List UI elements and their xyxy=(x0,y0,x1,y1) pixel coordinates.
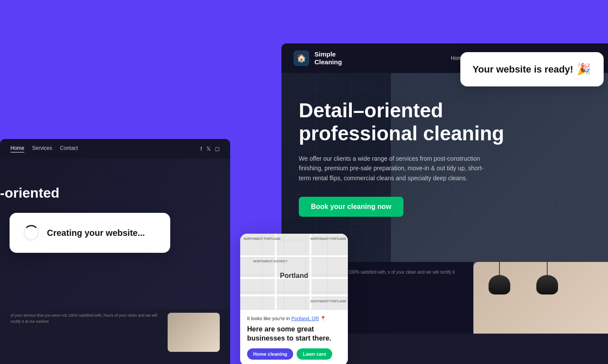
left-bottom: of your service that you were not 100% s… xyxy=(0,308,230,364)
map-label-nwd: NORTHWEST DISTRICT xyxy=(253,260,287,263)
pendant-shade-right xyxy=(536,275,558,295)
facebook-icon[interactable]: f xyxy=(200,146,202,152)
left-bottom-text: of your service that you were not 100% s… xyxy=(10,313,162,324)
map-portland-label: Portland xyxy=(280,272,308,280)
ready-card-label: Your website is ready! xyxy=(473,64,573,75)
bottom-right-thumbnail xyxy=(473,262,608,334)
pendant-light-right xyxy=(534,262,560,297)
location-prefix: It looks like you're in xyxy=(247,316,290,321)
map-road-v2 xyxy=(310,234,311,310)
creating-card: Creating your website... xyxy=(10,213,170,253)
map-label-se: SOUTHEAST PORTLAND xyxy=(310,300,346,303)
location-pin-icon: 📍 xyxy=(320,316,326,321)
map-road-v1 xyxy=(275,234,277,310)
logo-line2: Cleaning xyxy=(314,58,342,66)
left-nav-links: Home Services Contact xyxy=(10,145,78,152)
left-nav: Home Services Contact f 𝕏 ◻ xyxy=(0,139,230,159)
location-link[interactable]: Portland, OR xyxy=(291,316,319,321)
logo-text: Simple Cleaning xyxy=(314,50,342,66)
phone-map: NORTHWEST PORTLAND NORTHEAST PORTLAND NO… xyxy=(240,234,348,310)
left-nav-home[interactable]: Home xyxy=(10,145,24,152)
phone-preview: NORTHWEST PORTLAND NORTHEAST PORTLAND NO… xyxy=(240,234,348,364)
phone-buttons: Home cleaning Lawn care xyxy=(247,348,341,360)
map-label-ne: NORTHEAST PORTLAND xyxy=(310,237,346,240)
left-hero-partial-text: -oriented xyxy=(0,185,59,201)
lawn-care-button[interactable]: Lawn care xyxy=(297,348,332,360)
map-road-h1 xyxy=(240,255,348,257)
pendant-wire-right xyxy=(547,262,548,275)
map-road-h3 xyxy=(240,295,348,296)
left-thumb-image xyxy=(168,313,220,352)
left-nav-contact[interactable]: Contact xyxy=(60,145,78,152)
phone-headline: Here are some great businesses to start … xyxy=(247,325,341,343)
main-hero-title: Detail–oriented professional cleaning xyxy=(299,99,525,145)
instagram-icon[interactable]: ◻ xyxy=(215,146,220,152)
phone-location-line: It looks like you're in Portland, OR 📍 xyxy=(247,316,341,321)
party-emoji: 🎉 xyxy=(577,63,591,76)
logo-line1: Simple xyxy=(314,50,342,58)
ready-card-text: Your website is ready! 🎉 xyxy=(473,63,591,76)
ready-card: Your website is ready! 🎉 xyxy=(460,52,604,86)
main-hero-content: Detail–oriented professional cleaning We… xyxy=(281,73,608,243)
pendant-light-left xyxy=(486,262,512,297)
home-cleaning-button[interactable]: Home cleaning xyxy=(247,348,293,360)
twitter-icon[interactable]: 𝕏 xyxy=(206,146,211,152)
pendant-wire-left xyxy=(499,262,500,275)
left-nav-services[interactable]: Services xyxy=(32,145,52,152)
pendant-shade-left xyxy=(489,275,510,295)
logo-icon: 🏠 xyxy=(294,50,309,66)
book-button[interactable]: Book your cleaning now xyxy=(299,197,403,217)
loading-spinner xyxy=(23,225,39,241)
left-nav-social: f 𝕏 ◻ xyxy=(200,146,220,152)
map-label-nw: NORTHWEST PORTLAND xyxy=(244,237,281,240)
main-hero-subtitle: We offer our clients a wide range of ser… xyxy=(299,154,490,183)
creating-text: Creating your website... xyxy=(47,228,145,238)
phone-content: It looks like you're in Portland, OR 📍 H… xyxy=(240,310,348,364)
